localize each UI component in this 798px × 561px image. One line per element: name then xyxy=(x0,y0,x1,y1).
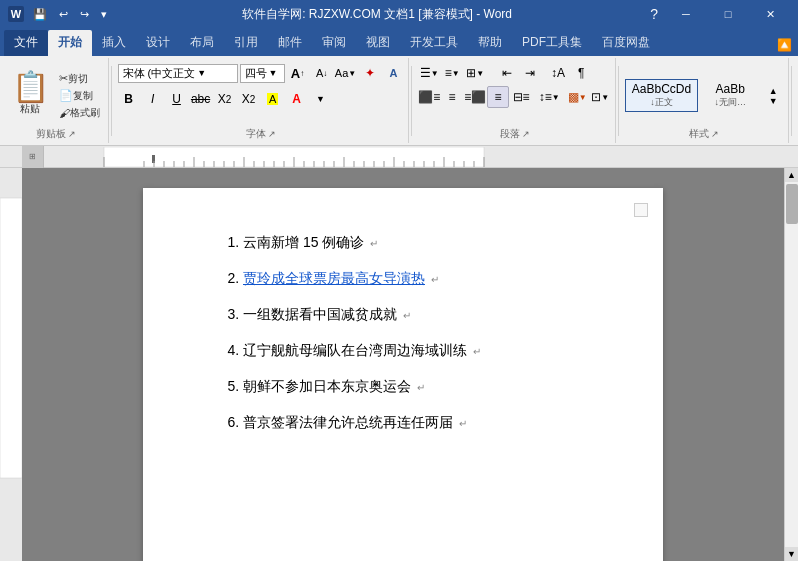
underline-button[interactable]: U xyxy=(166,88,188,110)
ruler-top: ⊞ xyxy=(0,146,798,168)
italic-button[interactable]: I xyxy=(142,88,164,110)
maximize-button[interactable]: □ xyxy=(708,4,748,24)
clear-format-button[interactable]: ✦ xyxy=(359,62,381,84)
title-bar: W 💾 ↩ ↪ ▾ 软件自学网: RJZXW.COM 文档1 [兼容模式] - … xyxy=(0,0,798,28)
list-item-1: 云南新增 15 例确诊 ↵ xyxy=(243,228,603,256)
list-item-2: 贾玲成全球票房最高女导演热 ↵ xyxy=(243,264,603,292)
scroll-thumb[interactable] xyxy=(786,184,798,224)
font-color-down-button[interactable]: ▼ xyxy=(310,88,332,110)
document-content[interactable]: 云南新增 15 例确诊 ↵ 贾玲成全球票房最高女导演热 ↵ 一组数据看中国减贫成… xyxy=(213,228,603,436)
ribbon-toolbar: 📋 粘贴 ✂ 剪切 📄 复制 🖌 格式刷 剪贴板 ↗ 宋体 (中文正文▼ xyxy=(0,56,798,146)
strikethrough-button[interactable]: abc xyxy=(190,88,212,110)
tab-pdf[interactable]: PDF工具集 xyxy=(512,30,592,56)
sort-button[interactable]: ↕A xyxy=(547,62,569,84)
doc-scroll-area[interactable]: 云南新增 15 例确诊 ↵ 贾玲成全球票房最高女导演热 ↵ 一组数据看中国减贫成… xyxy=(22,168,784,561)
shading-button[interactable]: ▩▼ xyxy=(566,86,588,108)
document-page[interactable]: 云南新增 15 例确诊 ↵ 贾玲成全球票房最高女导演热 ↵ 一组数据看中国减贫成… xyxy=(143,188,663,561)
font-shrink-button[interactable]: A↓ xyxy=(311,62,333,84)
tab-review[interactable]: 审阅 xyxy=(312,30,356,56)
unordered-list-button[interactable]: ☰▼ xyxy=(418,62,440,84)
save-quick-btn[interactable]: 💾 xyxy=(30,8,50,21)
tab-file[interactable]: 文件 xyxy=(4,30,48,56)
clipboard-label: 剪贴板 ↗ xyxy=(8,127,104,141)
format-painter-button[interactable]: 🖌 格式刷 xyxy=(55,105,104,121)
divider-2 xyxy=(411,66,412,136)
list-item-2-text: 贾玲成全球票房最高女导演热 xyxy=(243,270,425,286)
distributed-button[interactable]: ⊟≡ xyxy=(510,86,532,108)
page-marker xyxy=(634,203,648,217)
clipboard-expand[interactable]: ↗ xyxy=(68,129,76,139)
tab-layout[interactable]: 布局 xyxy=(180,30,224,56)
style-normal[interactable]: AaBbCcDd ↓正文 xyxy=(625,79,698,112)
list-item-3: 一组数据看中国减贫成就 ↵ xyxy=(243,300,603,328)
bold-button[interactable]: B xyxy=(118,88,140,110)
return-mark-6: ↵ xyxy=(459,418,467,429)
return-mark-2: ↵ xyxy=(431,274,439,285)
minimize-button[interactable]: ─ xyxy=(666,4,706,24)
font-name-row: 宋体 (中文正文▼ 四号▼ A↑ A↓ Aa▼ ✦ A xyxy=(118,62,405,84)
align-left-button[interactable]: ⬛≡ xyxy=(418,86,440,108)
change-case-button[interactable]: Aa▼ xyxy=(335,62,357,84)
list-item-4: 辽宁舰航母编队在台湾周边海域训练 ↵ xyxy=(243,336,603,364)
scrollbar-right[interactable]: ▲ ▼ xyxy=(784,168,798,561)
return-mark-1: ↵ xyxy=(370,238,378,249)
divider-1 xyxy=(111,66,112,136)
tab-references[interactable]: 引用 xyxy=(224,30,268,56)
undo-quick-btn[interactable]: ↩ xyxy=(56,8,71,21)
list-item-4-text: 辽宁舰航母编队在台湾周边海域训练 xyxy=(243,342,467,358)
svg-rect-40 xyxy=(0,198,22,478)
redo-quick-btn[interactable]: ↪ xyxy=(77,8,92,21)
font-group: 宋体 (中文正文▼ 四号▼ A↑ A↓ Aa▼ ✦ A B I U abc X2… xyxy=(114,58,409,143)
ruler-content xyxy=(44,147,798,167)
align-justify-button[interactable]: ≡ xyxy=(487,86,509,108)
text-highlight-button[interactable]: A xyxy=(262,88,284,110)
tab-view[interactable]: 视图 xyxy=(356,30,400,56)
paste-button[interactable]: 📋 粘贴 xyxy=(8,70,53,118)
document-list: 云南新增 15 例确诊 ↵ 贾玲成全球票房最高女导演热 ↵ 一组数据看中国减贫成… xyxy=(223,228,603,436)
scroll-down-btn[interactable]: ▼ xyxy=(785,547,799,561)
scroll-up-btn[interactable]: ▲ xyxy=(785,168,799,182)
cut-button[interactable]: ✂ 剪切 xyxy=(55,71,104,87)
decrease-indent-button[interactable]: ⇤ xyxy=(496,62,518,84)
align-right-button[interactable]: ≡⬛ xyxy=(464,86,486,108)
return-mark-4: ↵ xyxy=(473,346,481,357)
font-size-selector[interactable]: 四号▼ xyxy=(240,64,285,83)
font-expand[interactable]: ↗ xyxy=(268,129,276,139)
show-marks-button[interactable]: ¶ xyxy=(570,62,592,84)
styles-scroll-btn[interactable]: ▲▼ xyxy=(762,85,784,107)
tab-baidu[interactable]: 百度网盘 xyxy=(592,30,660,56)
tab-insert[interactable]: 插入 xyxy=(92,30,136,56)
line-spacing-button[interactable]: ↕≡▼ xyxy=(538,86,560,108)
ribbon-collapse-btn[interactable]: 🔼 xyxy=(771,38,798,52)
text-effects-button[interactable]: A xyxy=(383,62,405,84)
tab-help[interactable]: 帮助 xyxy=(468,30,512,56)
customize-quick-btn[interactable]: ▾ xyxy=(98,8,110,21)
return-mark-3: ↵ xyxy=(403,310,411,321)
clipboard-content: 📋 粘贴 ✂ 剪切 📄 复制 🖌 格式刷 xyxy=(8,60,104,127)
styles-group: AaBbCcDd ↓正文 AaBb ↓无间… ▲▼ 样式 ↗ xyxy=(621,58,789,143)
superscript-button[interactable]: X2 xyxy=(238,88,260,110)
title-bar-left: W 💾 ↩ ↪ ▾ xyxy=(8,6,110,22)
font-color-button[interactable]: A xyxy=(286,88,308,110)
list-item-5: 朝鲜不参加日本东京奥运会 ↵ xyxy=(243,372,603,400)
align-center-button[interactable]: ≡ xyxy=(441,86,463,108)
copy-button[interactable]: 📄 复制 xyxy=(55,88,104,104)
increase-indent-button[interactable]: ⇥ xyxy=(519,62,541,84)
styles-expand[interactable]: ↗ xyxy=(711,129,719,139)
paragraph-expand[interactable]: ↗ xyxy=(522,129,530,139)
tab-home[interactable]: 开始 xyxy=(48,30,92,56)
tab-developer[interactable]: 开发工具 xyxy=(400,30,468,56)
font-grow-button[interactable]: A↑ xyxy=(287,62,309,84)
list-item-5-text: 朝鲜不参加日本东京奥运会 xyxy=(243,378,411,394)
paragraph-group: ☰▼ ≡▼ ⊞▼ ⇤ ⇥ ↕A ¶ ⬛≡ ≡ ≡⬛ ≡ ⊟≡ ↕≡▼ ▩▼ xyxy=(414,58,616,143)
help-icon[interactable]: ? xyxy=(644,6,664,22)
tab-design[interactable]: 设计 xyxy=(136,30,180,56)
close-button[interactable]: ✕ xyxy=(750,4,790,24)
ordered-list-button[interactable]: ≡▼ xyxy=(441,62,463,84)
style-no-space[interactable]: AaBb ↓无间… xyxy=(700,79,760,112)
font-name-selector[interactable]: 宋体 (中文正文▼ xyxy=(118,64,238,83)
tab-mailing[interactable]: 邮件 xyxy=(268,30,312,56)
border-button[interactable]: ⊡▼ xyxy=(589,86,611,108)
multi-level-list-button[interactable]: ⊞▼ xyxy=(464,62,486,84)
subscript-button[interactable]: X2 xyxy=(214,88,236,110)
